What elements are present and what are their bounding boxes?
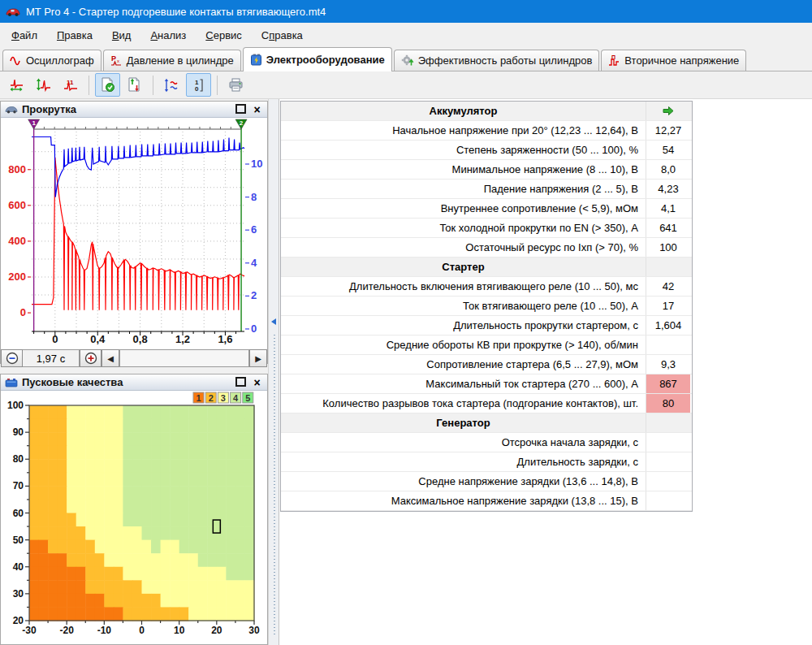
svg-text:0: 0 xyxy=(195,85,199,93)
scrollbar-track[interactable] xyxy=(119,349,249,367)
tab-oscilloscope[interactable]: Осциллограф xyxy=(2,50,102,71)
cranking-oscillogram[interactable]: 1200,40,81,21,602004006008000246810 xyxy=(1,118,267,346)
param-label: Сопротивление стартера (6,5 ... 27,9), м… xyxy=(281,355,646,374)
table-row[interactable]: Максимальный ток стартера (270 ... 600),… xyxy=(281,374,692,394)
menu-view[interactable]: Вид xyxy=(102,25,141,45)
left-column: Прокрутка × 1200,40,81,21,60200400600800… xyxy=(0,99,268,645)
menu-edit[interactable]: Правка xyxy=(47,25,102,45)
splitter-collapse-icon[interactable] xyxy=(271,318,276,325)
section-header-row: Аккумулятор xyxy=(281,102,692,121)
menu-file[interactable]: Файл xyxy=(2,25,47,45)
table-row[interactable]: Количество разрывов тока стартера (подго… xyxy=(281,394,692,413)
start-quality-panel-header: Пусковые качества × xyxy=(1,374,267,391)
table-row[interactable]: Отсрочка начала зарядки, с xyxy=(281,433,692,452)
fit-vertical-button[interactable] xyxy=(31,73,56,97)
cranking-panel: Прокрутка × 1200,40,81,21,60200400600800… xyxy=(0,101,268,364)
svg-text:0,8: 0,8 xyxy=(133,333,148,345)
window-title: MT Pro 4 - Стартер подгоревшие контакты … xyxy=(26,6,326,18)
tab-secondary-voltage[interactable]: ПВторичное напряжение xyxy=(601,50,746,71)
report-check-button[interactable] xyxy=(95,73,120,97)
svg-text:1,6: 1,6 xyxy=(218,333,232,345)
param-value xyxy=(646,472,690,491)
svg-text:90: 90 xyxy=(13,426,24,438)
maximize-button[interactable] xyxy=(235,377,247,388)
splitter[interactable] xyxy=(268,99,279,645)
results-table: АккумуляторНачальное напряжение при 20° … xyxy=(280,101,693,512)
param-label: Отсрочка начала зарядки, с xyxy=(281,433,646,452)
tab-label: Электрооборудование xyxy=(266,54,385,66)
panel-title: Пусковые качества xyxy=(22,376,123,388)
param-value: 54 xyxy=(646,141,690,159)
svg-text:-20: -20 xyxy=(59,625,74,636)
report-load-button[interactable] xyxy=(122,73,147,97)
param-value xyxy=(646,433,690,452)
tab-label: Эффективность работы цилиндров xyxy=(418,54,593,67)
table-row[interactable]: Ток холодной прокрутки по EN (> 350), А6… xyxy=(281,219,692,238)
param-label: Длительность зарядки, с xyxy=(281,452,646,471)
maximize-button[interactable] xyxy=(235,104,247,115)
table-row[interactable]: Средне напряжение зарядки (13,6 ... 14,8… xyxy=(281,472,692,491)
tab-electrics[interactable]: Электрооборудование xyxy=(243,47,392,71)
svg-text:400: 400 xyxy=(8,235,26,247)
tab-cylinder-pressure[interactable]: PxДавление в цилиндре xyxy=(103,50,241,71)
start-quality-heatmap[interactable]: 2030405060708090100-30-20-10010203012345 xyxy=(1,391,267,645)
cranking-panel-header: Прокрутка × xyxy=(1,102,267,118)
panel-title: Прокрутка xyxy=(22,103,76,115)
svg-text:30: 30 xyxy=(248,625,260,636)
menu-analysis[interactable]: Анализ xyxy=(140,25,196,45)
svg-text:600: 600 xyxy=(8,199,26,211)
table-row[interactable]: Остаточный ресурс по Iхп (> 70), %100 xyxy=(281,238,692,258)
table-row[interactable]: Длительность зарядки, с xyxy=(281,452,692,472)
numeric-values-button[interactable]: 10 xyxy=(186,73,211,97)
table-row[interactable]: Длительность включения втягивающего реле… xyxy=(281,277,692,297)
table-row[interactable]: Ток втягивающего реле (10 ... 50), А17 xyxy=(281,297,692,316)
menu-service[interactable]: Сервис xyxy=(196,25,252,45)
svg-text:2: 2 xyxy=(251,289,257,301)
svg-text:3: 3 xyxy=(221,393,226,403)
pressure-icon: Px xyxy=(110,54,123,67)
param-label: Количество разрывов тока стартера (подго… xyxy=(281,394,646,413)
table-row[interactable]: Степень заряженности (50 ... 100), %54 xyxy=(281,141,692,160)
table-row[interactable]: Длительность прокрутки стартером, с1,604 xyxy=(281,316,692,335)
zoom-in-button[interactable] xyxy=(80,349,102,367)
table-row[interactable]: Внутреннее сопротивление (< 5,9), мОм4,1 xyxy=(281,199,692,219)
svg-text:8: 8 xyxy=(251,191,257,203)
overlay-cylinders-button[interactable]: 11 xyxy=(58,73,83,97)
table-row[interactable]: Начальное напряжение при 20° (12,23 ... … xyxy=(281,121,692,141)
param-value: 4,1 xyxy=(646,199,690,218)
app-icon xyxy=(6,6,20,17)
svg-text:60: 60 xyxy=(13,508,24,519)
zoom-out-button[interactable] xyxy=(1,349,23,367)
tab-label: Осциллограф xyxy=(26,54,94,67)
section-header-row: Стартер xyxy=(281,258,692,277)
scroll-right-button[interactable]: ▶ xyxy=(249,349,267,367)
close-icon[interactable]: × xyxy=(251,377,263,388)
param-value: 100 xyxy=(646,238,690,257)
menu-help[interactable]: Справка xyxy=(252,25,313,45)
print-button[interactable] xyxy=(223,73,248,97)
autoscale-button[interactable] xyxy=(159,73,184,97)
scroll-left-button[interactable]: ◀ xyxy=(102,349,119,367)
toolbar-separator xyxy=(217,76,218,95)
svg-text:20: 20 xyxy=(211,625,222,636)
table-row[interactable]: Падение напряжения (2 ... 5), В4,23 xyxy=(281,180,692,199)
tab-cylinder-efficiency[interactable]: Эффективность работы цилиндров xyxy=(394,50,600,71)
tab-bar: ОсциллографPxДавление в цилиндреЭлектроо… xyxy=(0,47,812,71)
section-value-cell xyxy=(646,413,690,432)
svg-text:2: 2 xyxy=(209,393,214,403)
svg-text:0: 0 xyxy=(251,322,257,335)
close-icon[interactable]: × xyxy=(251,104,263,115)
param-value: 1,604 xyxy=(646,316,690,335)
param-value: 9,3 xyxy=(646,355,690,374)
svg-text:100: 100 xyxy=(7,400,24,411)
section-title: Стартер xyxy=(281,258,646,276)
table-row[interactable]: Сопротивление стартера (6,5 ... 27,9), м… xyxy=(281,355,692,374)
table-row[interactable]: Максимальное напряжение зарядки (13,8 ..… xyxy=(281,491,692,511)
table-row[interactable]: Минимальное напряжение (8 ... 10), В8,0 xyxy=(281,160,692,180)
svg-text:6: 6 xyxy=(251,223,257,236)
table-row[interactable]: Средние обороты КВ при прокрутке (> 140)… xyxy=(281,335,692,355)
param-value: 12,27 xyxy=(646,121,690,140)
printer-icon xyxy=(228,78,244,93)
fit-horizontal-button[interactable] xyxy=(4,73,29,97)
param-value: 641 xyxy=(646,219,690,237)
